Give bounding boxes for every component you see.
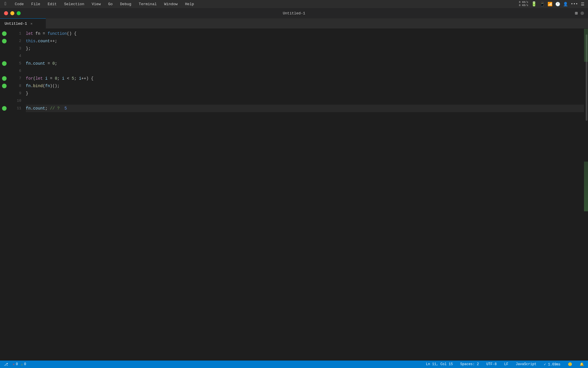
menu-item-terminal[interactable]: Terminal — [138, 1, 158, 7]
tab-label: Untitled-1 — [5, 22, 27, 26]
code-line-11: fn.count; // ? 5 — [26, 105, 584, 112]
breakpoint-2[interactable] — [0, 37, 9, 45]
code-line-2: this.count++; — [26, 37, 584, 45]
list-icon: ☰ — [581, 2, 585, 7]
menu-bar:  Code File Edit Selection View Go Debug… — [0, 0, 588, 8]
maximize-button[interactable] — [17, 11, 21, 15]
window-title: Untitled-1 — [283, 11, 305, 16]
breakpoint-gutter — [0, 29, 9, 361]
editor-container: 1234567891011 let fn = function() { this… — [0, 29, 588, 361]
line-number-11: 11 — [13, 105, 21, 112]
encoding-label: UTF-8 — [486, 362, 497, 366]
encoding-item[interactable]: UTF-8 — [485, 362, 498, 366]
scrollbar-thumb[interactable] — [586, 34, 587, 121]
breakpoint-9[interactable] — [0, 90, 9, 97]
bell-icon: 🔔 — [580, 362, 584, 367]
line-numbers: 1234567891011 — [9, 29, 24, 361]
code-line-8: fn.bind(fn)(); — [26, 82, 584, 90]
title-bar-right: ⊞ — [575, 10, 584, 16]
line-number-9: 9 — [13, 90, 21, 97]
line-ending-item[interactable]: LF — [503, 362, 509, 366]
line-number-6: 6 — [13, 67, 21, 75]
close-button[interactable] — [4, 11, 8, 15]
code-line-6 — [26, 67, 584, 75]
menu-item-window[interactable]: Window — [163, 1, 179, 7]
menu-item-file[interactable]: File — [30, 1, 41, 7]
menu-item-debug[interactable]: Debug — [119, 1, 132, 7]
smiley-item[interactable]: 🙂 — [567, 362, 573, 367]
language-item[interactable]: JavaScript — [514, 362, 537, 366]
indentation-label: Spaces: 2 — [460, 362, 479, 366]
clock-icon: 🕐 — [555, 2, 560, 7]
language-label: JavaScript — [516, 362, 536, 366]
code-line-7: for(let i = 0; i < 5; i++) { — [26, 75, 584, 82]
tab-bar: Untitled-1 ✕ — [0, 18, 588, 29]
minimize-button[interactable] — [10, 11, 14, 15]
line-number-8: 8 — [13, 82, 21, 90]
breakpoint-5[interactable] — [0, 60, 9, 67]
timing-label: ✓ 1.69ms — [544, 362, 560, 367]
cursor-position: Ln 11, Col 15 — [426, 362, 453, 366]
breakpoint-4[interactable] — [0, 52, 9, 60]
breakpoint-11[interactable] — [0, 105, 9, 112]
code-line-4 — [26, 52, 584, 60]
wifi-icon: 📶 — [548, 2, 552, 7]
network-info: 0 KB/s 0 KB/s — [519, 1, 528, 7]
breakpoint-1[interactable] — [0, 30, 9, 37]
apple-logo-icon[interactable]:  — [3, 1, 9, 7]
more-icon: ••• — [571, 2, 578, 6]
tab-untitled-1[interactable]: Untitled-1 ✕ — [0, 18, 46, 28]
network-up: 0 KB/s — [519, 1, 528, 4]
git-branch-item[interactable]: ⎇ — [3, 362, 9, 367]
breakpoint-7[interactable] — [0, 75, 9, 82]
line-number-2: 2 — [13, 37, 21, 45]
git-icon: ⎇ — [4, 362, 8, 367]
menu-item-selection[interactable]: Selection — [63, 1, 85, 7]
circle-icon — [581, 12, 584, 15]
warning-icon: ⚠ — [21, 362, 23, 367]
phone-icon: 📱 — [540, 2, 545, 7]
code-area[interactable]: 1234567891011 let fn = function() { this… — [0, 29, 584, 361]
menu-item-edit[interactable]: Edit — [47, 1, 58, 7]
code-content[interactable]: let fn = function() { this.count++;}; fn… — [24, 29, 584, 361]
menu-bar-right: 0 KB/s 0 KB/s 🔋 📱 📶 🕐 👤 ••• ☰ — [519, 1, 585, 7]
line-number-1: 1 — [13, 30, 21, 37]
line-number-3: 3 — [13, 45, 21, 52]
status-right: Ln 11, Col 15 Spaces: 2 UTF-8 LF JavaScr… — [425, 362, 585, 367]
indentation-item[interactable]: Spaces: 2 — [459, 362, 480, 366]
warning-count: 0 — [24, 362, 26, 366]
status-bar: ⎇ ✕ 0 ⚠ 0 Ln 11, Col 15 Spaces: 2 UTF-8 … — [0, 361, 588, 368]
line-number-4: 4 — [13, 52, 21, 60]
status-left: ⎇ ✕ 0 ⚠ 0 — [3, 362, 27, 367]
menu-item-go[interactable]: Go — [107, 1, 114, 7]
code-line-1: let fn = function() { — [26, 30, 584, 37]
timing-item[interactable]: ✓ 1.69ms — [543, 362, 562, 367]
error-count: 0 — [16, 362, 18, 366]
menu-item-code[interactable]: Code — [14, 1, 25, 7]
bell-item[interactable]: 🔔 — [579, 362, 585, 367]
scrollbar-track[interactable] — [584, 29, 588, 361]
editor-main: 1234567891011 let fn = function() { this… — [0, 29, 584, 361]
smiley-icon: 🙂 — [568, 362, 572, 367]
errors-item[interactable]: ✕ 0 ⚠ 0 — [11, 362, 27, 367]
menu-item-help[interactable]: Help — [184, 1, 195, 7]
menu-item-view[interactable]: View — [90, 1, 102, 7]
breakpoint-8[interactable] — [0, 82, 9, 90]
code-line-5: fn.count = 0; — [26, 60, 584, 67]
title-bar: Untitled-1 ⊞ — [0, 8, 588, 18]
network-down: 0 KB/s — [519, 4, 528, 7]
code-line-3: }; — [26, 45, 584, 52]
breakpoint-6[interactable] — [0, 67, 9, 75]
error-icon: ✕ — [13, 362, 15, 367]
code-line-9: } — [26, 90, 584, 97]
breakpoint-3[interactable] — [0, 45, 9, 52]
line-ending-label: LF — [504, 362, 508, 366]
cursor-position-item[interactable]: Ln 11, Col 15 — [425, 362, 454, 366]
split-editor-icon[interactable]: ⊞ — [575, 10, 578, 16]
line-number-5: 5 — [13, 60, 21, 67]
code-line-10 — [26, 97, 584, 105]
breakpoint-10[interactable] — [0, 97, 9, 105]
line-number-7: 7 — [13, 75, 21, 82]
tab-close-icon[interactable]: ✕ — [30, 22, 32, 26]
battery-icon: 🔋 — [531, 1, 537, 7]
